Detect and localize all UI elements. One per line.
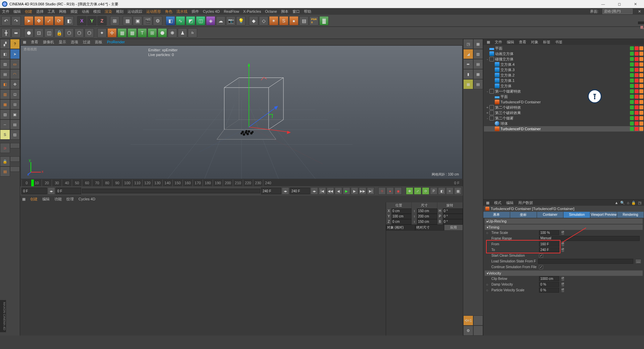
partvel-field[interactable]: [539, 288, 559, 293]
help-icon[interactable]: ?: [10, 39, 20, 49]
vp-tool4-icon[interactable]: ▤: [473, 59, 483, 69]
mat-menu-编辑[interactable]: 编辑: [42, 197, 50, 202]
expand-icon[interactable]: +: [485, 105, 489, 109]
attr-tab-Simulation[interactable]: Simulation: [564, 212, 590, 218]
snap-v-icon[interactable]: ▣: [10, 109, 20, 119]
move-tool-icon[interactable]: ✥: [34, 16, 44, 26]
spin-icon[interactable]: ▴▾: [561, 230, 565, 235]
coord-field[interactable]: 0 cm: [391, 208, 412, 214]
tweak-icon[interactable]: ↔: [0, 119, 10, 130]
tag-icon[interactable]: [630, 84, 634, 88]
menu-捕捉[interactable]: 捕捉: [70, 9, 78, 14]
vp-menu-查看[interactable]: 查看: [31, 40, 38, 45]
tag-icon[interactable]: [639, 57, 643, 61]
maximize-button[interactable]: ◻: [614, 2, 624, 6]
vp-tool2-icon[interactable]: ▦: [473, 39, 483, 49]
tag-icon[interactable]: [630, 46, 634, 50]
add-deformer-icon[interactable]: ◈: [206, 16, 215, 26]
tag-icon[interactable]: [635, 57, 639, 61]
menu-运动跟踪[interactable]: 运动跟踪: [127, 9, 142, 14]
vp-menu-icon[interactable]: ▦: [23, 40, 26, 44]
tag-icon[interactable]: [630, 73, 634, 77]
key-pos-icon[interactable]: ✥: [406, 187, 413, 195]
vp-nav-icon[interactable]: ⬌: [463, 59, 473, 69]
handle-icon[interactable]: ⬌: [11, 28, 21, 38]
timeline-scrub[interactable]: [82, 189, 260, 193]
spin-icon[interactable]: ▴▾: [561, 247, 565, 252]
coord-space-combo[interactable]: 对象 (相对): [386, 225, 415, 231]
field-spin-icon[interactable]: ◂▸: [48, 187, 55, 195]
tag-icon[interactable]: [635, 52, 639, 56]
menu-选择[interactable]: 选择: [36, 9, 44, 14]
ref-icon[interactable]: ✦: [97, 28, 107, 38]
next-frame-icon[interactable]: ▶: [351, 187, 358, 195]
menu-工具[interactable]: 工具: [48, 9, 55, 14]
menu-流水线[interactable]: 流水线: [176, 9, 187, 14]
attr-tab-Viewport Preview[interactable]: Viewport Preview: [590, 212, 617, 218]
browse-icon[interactable]: …: [635, 259, 641, 264]
tree-row[interactable]: 动画立方体: [484, 51, 643, 56]
lock-attr-icon[interactable]: 🔒: [631, 201, 636, 205]
spin-icon[interactable]: ▴▾: [561, 288, 565, 293]
hair-icon[interactable]: ❋: [168, 28, 177, 38]
section-timing[interactable]: ▾ Timing: [485, 225, 643, 230]
from-field[interactable]: [539, 242, 559, 247]
om-menu-查看[interactable]: 查看: [519, 40, 526, 45]
tree-row[interactable]: 立方体: [484, 83, 643, 89]
snap3d-icon[interactable]: ⬡: [64, 28, 74, 38]
coord-field[interactable]: 0 cm: [391, 219, 412, 225]
section-upres[interactable]: ▸ Up-Res'ing: [485, 218, 643, 224]
text-icon[interactable]: T: [138, 28, 147, 38]
attr-menu-编辑[interactable]: 编辑: [506, 200, 514, 205]
dampvel-field[interactable]: [539, 282, 559, 287]
om-menu-标签[interactable]: 标签: [543, 40, 550, 45]
search-icon[interactable]: 🔍: [620, 201, 625, 205]
add-spline-icon[interactable]: ∿: [176, 16, 185, 26]
tag-icon[interactable]: [639, 100, 643, 104]
coord-field[interactable]: 150 cm: [417, 219, 437, 225]
key-par-icon[interactable]: P: [430, 187, 437, 195]
tag-icon[interactable]: [635, 127, 639, 131]
texture-mode-icon[interactable]: ▨: [0, 59, 10, 69]
tag-icon[interactable]: [639, 105, 643, 109]
tag-icon[interactable]: [630, 68, 634, 72]
tag-icon[interactable]: [635, 84, 639, 88]
point-mode-icon[interactable]: ◧: [0, 79, 10, 89]
viewport-perspective[interactable]: 透视视图 Emitter: xpEmitter Live particles: …: [20, 45, 463, 179]
tag-icon[interactable]: [635, 121, 639, 126]
snap2d-icon[interactable]: ⬡: [74, 28, 84, 38]
new-attr-icon[interactable]: ◳: [638, 201, 641, 205]
menu-Octane[interactable]: Octane: [265, 9, 277, 13]
tag-icon[interactable]: [630, 105, 634, 109]
timescale-field[interactable]: [539, 230, 559, 235]
s-tool-icon[interactable]: S: [0, 130, 10, 140]
spin-icon[interactable]: ▴▾: [561, 276, 565, 281]
tree-row[interactable]: TurbulenceFD Container: [484, 126, 643, 132]
add-cube-icon[interactable]: ◧: [166, 16, 175, 26]
xp-icon[interactable]: ◆: [249, 16, 258, 26]
minimize-button[interactable]: —: [598, 2, 608, 6]
material-editor-area[interactable]: [20, 202, 386, 336]
goto-start-icon[interactable]: |◀: [319, 187, 326, 195]
tag-icon[interactable]: [630, 100, 634, 104]
render-settings-icon[interactable]: ⚙: [153, 16, 162, 26]
snap-e-icon[interactable]: ⊟: [10, 99, 20, 109]
snap-g-icon[interactable]: ▤: [10, 119, 20, 130]
tag-icon[interactable]: [639, 116, 643, 120]
tag-icon[interactable]: [639, 95, 643, 99]
tag-icon[interactable]: [635, 89, 639, 93]
tag-icon[interactable]: [635, 116, 639, 120]
make-editable-icon[interactable]: ▞: [0, 39, 10, 49]
om-menu-编辑[interactable]: 编辑: [507, 40, 514, 45]
render-pv-icon[interactable]: 🎬: [143, 16, 152, 26]
tree-row[interactable]: TurbulenceFD Container: [484, 99, 643, 105]
layout-combo[interactable]: 启动 (用户): [602, 9, 633, 14]
tag-icon[interactable]: [630, 121, 634, 126]
om-menu-书签[interactable]: 书签: [555, 40, 562, 45]
vp-menu-摄像机[interactable]: 摄像机: [43, 40, 54, 45]
om-menu-文件[interactable]: 文件: [495, 40, 502, 45]
tag-icon[interactable]: [639, 89, 643, 93]
axis-y-icon[interactable]: Y: [87, 16, 97, 26]
menu-帮助[interactable]: 帮助: [304, 9, 311, 14]
redo-icon[interactable]: ↷: [11, 16, 21, 26]
